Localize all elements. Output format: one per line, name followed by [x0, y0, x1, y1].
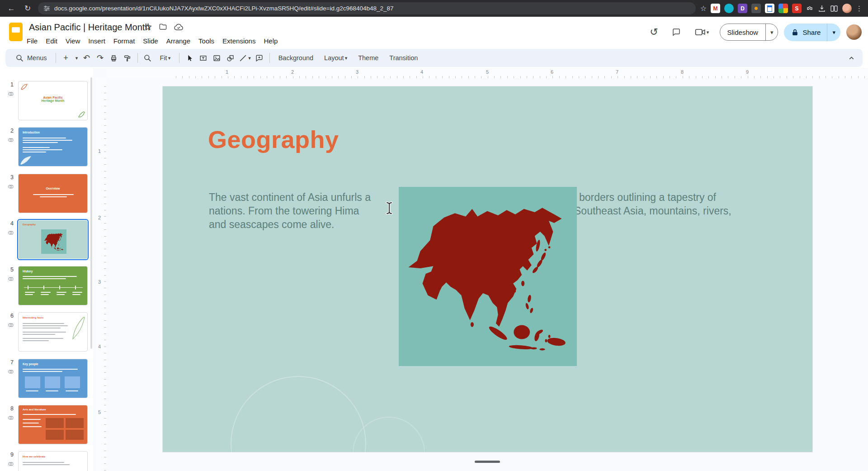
insert-shape-button[interactable] [223, 51, 237, 65]
share-button[interactable]: Share [784, 24, 827, 41]
asia-map-graphic [399, 187, 577, 366]
vertical-ruler[interactable]: 1 2 3 4 5 [96, 78, 106, 471]
gmail-icon[interactable]: M [711, 4, 720, 13]
menu-edit[interactable]: Edit [42, 36, 61, 46]
slide-transition-icon [8, 322, 14, 328]
text-line [40, 196, 67, 197]
profile-avatar[interactable] [842, 4, 852, 13]
select-tool-button[interactable] [183, 51, 196, 65]
slide-thumbnail-4[interactable]: Geography [18, 220, 88, 259]
slide-thumbnail-7[interactable]: Key people [18, 359, 88, 398]
theme-button[interactable]: Theme [353, 51, 384, 65]
s-extension-icon[interactable]: S [792, 4, 802, 13]
redo-button[interactable]: ↷ [94, 51, 107, 65]
body-text-fragment[interactable]: The vast continent of Asia unfurls a [209, 191, 371, 204]
menu-tools[interactable]: Tools [194, 36, 218, 46]
slideshow-caret-button[interactable]: ▾ [765, 24, 778, 40]
account-avatar[interactable] [846, 24, 862, 40]
asia-map-image[interactable] [399, 187, 577, 366]
insert-line-button[interactable]: ▾ [237, 51, 253, 65]
menu-format[interactable]: Format [109, 36, 139, 46]
thumb-subtitle: Heritage Month [19, 99, 87, 102]
canvas-scrollbar[interactable] [475, 461, 500, 463]
share-caret-button[interactable]: ▾ [827, 24, 840, 41]
comments-button[interactable] [668, 24, 684, 40]
document-title[interactable]: Asian Pacific | Heritage Month [29, 22, 150, 33]
filmstrip-scrollbar[interactable] [90, 77, 92, 349]
slide-thumbnail-3[interactable]: Overview [18, 174, 88, 213]
menu-file[interactable]: File [23, 36, 42, 46]
docs-extension-icon[interactable]: D [738, 4, 747, 13]
meet-extension-icon[interactable] [724, 4, 734, 13]
slide-thumbnail-6[interactable]: Interesting facts [18, 312, 88, 352]
slide-thumbnail-5[interactable]: History [18, 266, 88, 305]
address-bar[interactable]: docs.google.com/presentation/d/1nCiUukoN… [38, 2, 696, 14]
person-card [25, 376, 40, 388]
bookmark-star-icon[interactable]: ☆ [700, 4, 707, 13]
layout-button[interactable]: Layout ▾ [319, 51, 353, 65]
ruler-number: 5 [486, 69, 489, 75]
slide-title-text[interactable]: Geography [208, 125, 339, 153]
extensions-puzzle-icon[interactable] [806, 5, 814, 13]
menu-view[interactable]: View [61, 36, 84, 46]
slide-thumbnail-1[interactable]: Asian Pacific Heritage Month [18, 81, 88, 120]
new-slide-button[interactable]: + [59, 51, 73, 65]
zoom-fit-select[interactable]: Fit ▾ [155, 51, 176, 65]
back-button[interactable]: ← [5, 3, 17, 14]
new-slide-caret-button[interactable]: ▾ [73, 51, 80, 65]
lock-icon [791, 29, 799, 36]
content-block [66, 418, 84, 428]
drive-extension-icon[interactable] [778, 4, 788, 13]
extension-icon[interactable] [751, 4, 761, 13]
text-line [25, 292, 35, 293]
paint-format-button[interactable] [121, 51, 134, 65]
undo-button[interactable]: ↶ [80, 51, 94, 65]
transition-button[interactable]: Transition [384, 51, 423, 65]
menu-slide[interactable]: Slide [139, 36, 162, 46]
text-box-tool-button[interactable] [196, 51, 210, 65]
text-line [23, 152, 46, 152]
text-line [23, 142, 58, 143]
version-history-button[interactable]: ↺ [646, 24, 662, 40]
horizontal-ruler[interactable]: 1 2 3 4 5 6 7 8 9 [106, 69, 868, 78]
star-document-button[interactable] [144, 23, 152, 31]
timeline-line [24, 287, 83, 288]
slide-thumbnail-8[interactable]: Arts and literature [18, 405, 88, 444]
slides-logo[interactable] [9, 23, 23, 41]
slideshow-button[interactable]: Slideshow [720, 24, 765, 40]
insert-image-button[interactable] [210, 51, 223, 65]
chrome-menu-icon[interactable]: ⋮ [856, 5, 863, 13]
notes-extension-icon[interactable] [765, 4, 774, 13]
slide-transition-icon [8, 184, 14, 190]
line-icon [239, 54, 247, 62]
body-text-fragment[interactable]: nations. From the towering Hima [209, 205, 359, 217]
present-caret-icon: ▾ [707, 29, 709, 35]
slide-number: 3 [5, 174, 14, 181]
downloads-icon[interactable] [818, 5, 826, 13]
cloud-saved-icon[interactable] [174, 23, 184, 31]
zoom-button[interactable] [141, 51, 155, 65]
slide-thumbnail-2[interactable]: Introduction [18, 127, 88, 167]
split-screen-icon[interactable] [830, 5, 838, 13]
body-text-fragment[interactable]: and seascapes come alive. [209, 219, 334, 231]
thumb-title: Arts and literature [23, 408, 46, 411]
text-cursor-pointer [385, 201, 393, 217]
move-folder-button[interactable] [159, 23, 167, 31]
slide-thumbnail-9[interactable]: How we celebrate [18, 451, 88, 471]
slide-editor-surface[interactable]: Geography The vast continent of Asia unf… [163, 86, 812, 452]
menu-insert[interactable]: Insert [84, 36, 109, 46]
filmstrip-item: 6 Interesting facts [0, 312, 93, 354]
print-button[interactable] [107, 51, 121, 65]
menu-help[interactable]: Help [259, 36, 282, 46]
meet-present-button[interactable]: ▾ [690, 24, 714, 40]
text-line [23, 414, 76, 415]
body-text-fragment[interactable]: Southeast Asia, mountains, rivers, [574, 205, 731, 217]
reload-button[interactable]: ↻ [22, 3, 33, 14]
collapse-toolbar-button[interactable] [844, 51, 858, 65]
body-text-fragment[interactable]: borders outlining a tapestry of [579, 191, 716, 204]
background-button[interactable]: Background [273, 51, 319, 65]
insert-comment-button[interactable] [253, 51, 266, 65]
menus-search-button[interactable]: Menus [10, 51, 52, 65]
menu-extensions[interactable]: Extensions [218, 36, 259, 46]
menu-arrange[interactable]: Arrange [162, 36, 194, 46]
